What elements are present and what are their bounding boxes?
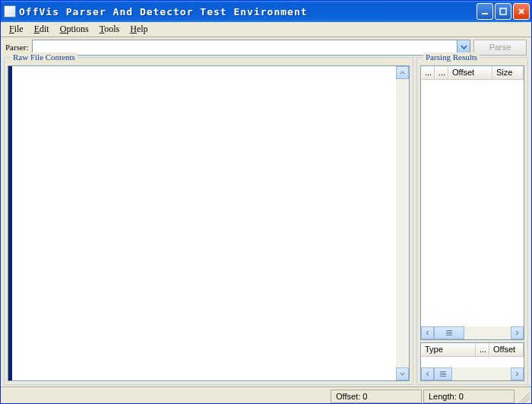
details-horizontal-scrollbar[interactable] (421, 367, 524, 380)
raw-file-viewer[interactable] (8, 65, 410, 381)
grip-icon (446, 330, 452, 336)
titlebar: OffVis Parser And Detector Test Environm… (1, 1, 531, 22)
results-columns-header: ... ... Offset Size (421, 66, 524, 80)
parser-label: Parser: (5, 43, 29, 52)
resize-grip[interactable] (516, 390, 530, 403)
details-grid[interactable]: Type ... Offset (420, 342, 524, 381)
app-icon (4, 5, 16, 17)
scroll-thumb[interactable] (434, 326, 464, 339)
scroll-down-button[interactable] (396, 367, 409, 380)
details-columns-header: Type ... Offset (421, 343, 524, 357)
details-grid-body[interactable] (421, 357, 524, 367)
menu-tools[interactable]: Tools (94, 22, 125, 37)
results-col-size[interactable]: Size (492, 66, 524, 80)
parsing-results-groupbox: Parsing Results ... ... Offset Size (416, 57, 528, 385)
main-body: Raw File Contents Parsing Results ... . (1, 57, 531, 387)
scroll-right-button[interactable] (511, 326, 524, 339)
parser-combobox[interactable] (32, 40, 470, 56)
parse-button[interactable]: Parse (473, 40, 527, 56)
menu-file[interactable]: File (4, 22, 29, 37)
menu-options[interactable]: Options (55, 22, 94, 37)
scroll-track[interactable] (396, 79, 409, 367)
menu-edit[interactable]: Edit (29, 22, 55, 37)
close-button[interactable] (513, 3, 530, 20)
chevron-left-icon (426, 371, 429, 377)
svg-rect-0 (482, 13, 488, 14)
results-horizontal-scrollbar[interactable] (421, 326, 524, 339)
raw-vertical-scrollbar[interactable] (396, 66, 409, 380)
results-col-1[interactable]: ... (421, 66, 435, 80)
details-col-dots[interactable]: ... (476, 343, 489, 357)
grip-icon (440, 371, 446, 377)
raw-file-body[interactable] (12, 66, 396, 380)
scroll-track[interactable] (452, 367, 511, 380)
window-title: OffVis Parser And Detector Test Environm… (19, 6, 477, 17)
chevron-down-icon (461, 45, 467, 49)
chevron-down-icon (400, 372, 405, 376)
scroll-thumb[interactable] (434, 367, 452, 380)
results-tree[interactable]: ... ... Offset Size (420, 65, 524, 340)
results-col-offset[interactable]: Offset (448, 66, 492, 80)
menubar: File Edit Options Tools Help (1, 22, 531, 37)
scroll-right-button[interactable] (511, 367, 524, 380)
scroll-track[interactable] (464, 326, 511, 339)
raw-file-groupbox: Raw File Contents (4, 57, 413, 385)
maximize-button[interactable] (495, 3, 511, 20)
scroll-up-button[interactable] (396, 66, 409, 79)
status-offset: Offset: 0 (331, 390, 422, 403)
parser-input[interactable] (33, 40, 457, 55)
results-col-2[interactable]: ... (435, 66, 448, 80)
menu-help[interactable]: Help (125, 22, 153, 37)
chevron-right-icon (515, 330, 519, 336)
raw-file-legend: Raw File Contents (11, 52, 78, 62)
window-buttons (477, 3, 530, 20)
scroll-left-button[interactable] (421, 326, 434, 339)
scroll-left-button[interactable] (421, 367, 434, 380)
chevron-right-icon (515, 371, 519, 377)
status-length: Length: 0 (423, 390, 515, 403)
svg-rect-1 (500, 8, 506, 14)
results-tree-body[interactable] (421, 80, 524, 326)
chevron-left-icon (426, 330, 429, 336)
minimize-button[interactable] (477, 3, 493, 20)
parsing-results-legend: Parsing Results (423, 52, 480, 62)
statusbar: Offset: 0 Length: 0 (1, 387, 531, 403)
details-col-type[interactable]: Type (421, 343, 476, 357)
chevron-up-icon (400, 71, 405, 75)
details-col-offset[interactable]: Offset (489, 343, 524, 357)
